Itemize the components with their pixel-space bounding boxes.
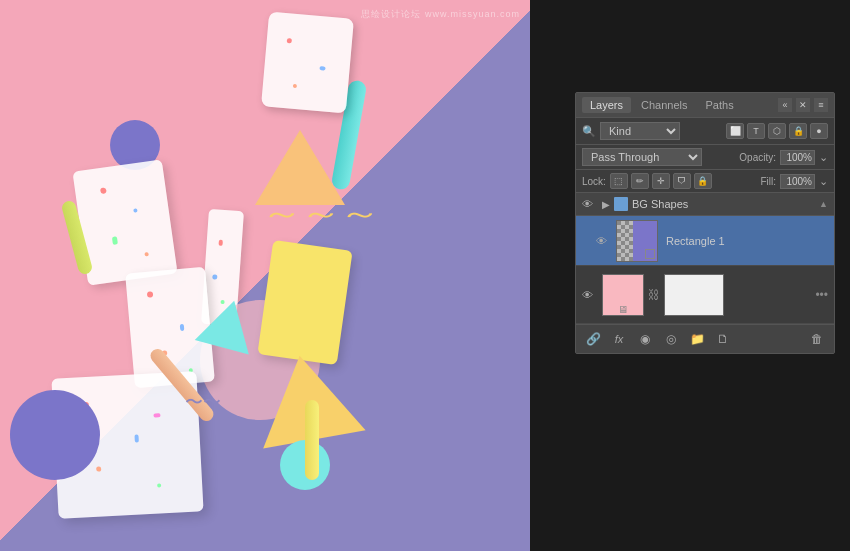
expand-group-icon[interactable]: ▶	[602, 199, 610, 210]
blend-mode-select[interactable]: Pass Through	[582, 148, 702, 166]
kind-select[interactable]: Kind	[600, 122, 680, 140]
letter-s	[261, 11, 354, 113]
canvas-area: 思绘设计论坛 www.missyuan.com ～～～	[0, 0, 530, 551]
lock-row: Lock: ⬚ ✏ ✛ ⛉ 🔒 Fill: 100% ⌄	[576, 170, 834, 193]
add-mask-button[interactable]: ◉	[634, 329, 656, 349]
monitor-icon: 🖥	[618, 304, 628, 315]
delete-layer-button[interactable]: 🗑	[806, 329, 828, 349]
watermark: 思绘设计论坛 www.missyuan.com	[361, 8, 520, 21]
filter-type-button[interactable]: ⬡	[768, 123, 786, 139]
layers-panel: Layers Channels Paths « ✕ ≡ 🔍 Kind ⬜ T ⬡…	[575, 92, 835, 354]
letter-y	[257, 240, 352, 365]
layer-item-name-rect1: Rectangle 1	[662, 235, 828, 247]
layers-list: 👁 ▶ BG Shapes ▲ 👁 Rectangle 1 👁 🖥 ⛓	[576, 193, 834, 324]
opacity-expand-button[interactable]: ⌄	[819, 151, 828, 164]
filter-adjust-button[interactable]: T	[747, 123, 765, 139]
tab-channels[interactable]: Channels	[633, 97, 695, 113]
filter-smartobj-button[interactable]: ●	[810, 123, 828, 139]
purple-wave: 〜〜	[185, 390, 221, 414]
orange-triangle	[255, 130, 345, 205]
search-icon: 🔍	[582, 125, 596, 138]
link-layers-button[interactable]: 🔗	[582, 329, 604, 349]
chain-link-icon: ⛓	[648, 288, 660, 302]
yellow-rod	[305, 400, 319, 480]
filter-shape-button[interactable]: 🔒	[789, 123, 807, 139]
layer-thumbnail-rect1	[616, 220, 658, 262]
wave-yellow: ～～～	[261, 195, 378, 233]
lock-paint-button[interactable]: ✏	[631, 173, 649, 189]
visibility-toggle-bg[interactable]: 👁	[582, 289, 598, 301]
blend-row: Pass Through Opacity: 100% ⌄	[576, 145, 834, 170]
new-layer-button[interactable]: 🗋	[712, 329, 734, 349]
opacity-value[interactable]: 100%	[780, 150, 815, 165]
lock-all-button[interactable]: 🔒	[694, 173, 712, 189]
new-adjustment-button[interactable]: ◎	[660, 329, 682, 349]
tab-layers[interactable]: Layers	[582, 97, 631, 113]
fill-value[interactable]: 100%	[780, 174, 815, 189]
tab-paths[interactable]: Paths	[698, 97, 742, 113]
lock-transparent-button[interactable]: ⬚	[610, 173, 628, 189]
filter-row: 🔍 Kind ⬜ T ⬡ 🔒 ●	[576, 118, 834, 145]
lock-position-button[interactable]: ✛	[652, 173, 670, 189]
lock-icons: ⬚ ✏ ✛ ⛉ 🔒	[610, 173, 712, 189]
fill-expand-button[interactable]: ⌄	[819, 175, 828, 188]
lock-label: Lock:	[582, 176, 606, 187]
scroll-indicator: ▲	[819, 199, 828, 209]
layer-group-name: BG Shapes	[632, 198, 815, 210]
purple-circle-bottom	[10, 390, 100, 480]
panel-tabs: Layers Channels Paths	[582, 97, 742, 113]
visibility-toggle-rect1[interactable]: 👁	[596, 235, 612, 247]
fill-label: Fill:	[760, 176, 776, 187]
panel-controls: « ✕ ≡	[778, 98, 828, 112]
layer-group-bg-shapes[interactable]: 👁 ▶ BG Shapes ▲	[576, 193, 834, 216]
filter-pixel-button[interactable]: ⬜	[726, 123, 744, 139]
panel-toolbar: 🔗 fx ◉ ◎ 📁 🗋 🗑	[576, 324, 834, 353]
fx-button[interactable]: fx	[608, 329, 630, 349]
layer-options-button[interactable]: •••	[815, 288, 828, 302]
resize-handle-icon	[645, 249, 655, 259]
lock-artboard-button[interactable]: ⛉	[673, 173, 691, 189]
layer-thumbnail-bg: 🖥	[602, 274, 644, 316]
close-panel-button[interactable]: ✕	[796, 98, 810, 112]
layer-item-rectangle-1[interactable]: 👁 Rectangle 1	[576, 216, 834, 266]
opacity-label: Opacity:	[739, 152, 776, 163]
visibility-toggle-bg-shapes[interactable]: 👁	[582, 198, 598, 210]
new-group-button[interactable]: 📁	[686, 329, 708, 349]
panel-menu-button[interactable]: ≡	[814, 98, 828, 112]
collapse-panel-button[interactable]: «	[778, 98, 792, 112]
layer-item-bg[interactable]: 👁 🖥 ⛓ •••	[576, 266, 834, 324]
panel-titlebar: Layers Channels Paths « ✕ ≡	[576, 93, 834, 118]
layer-color-tag	[614, 197, 628, 211]
filter-icons: ⬜ T ⬡ 🔒 ●	[726, 123, 828, 139]
layer-mask-thumbnail	[664, 274, 724, 316]
